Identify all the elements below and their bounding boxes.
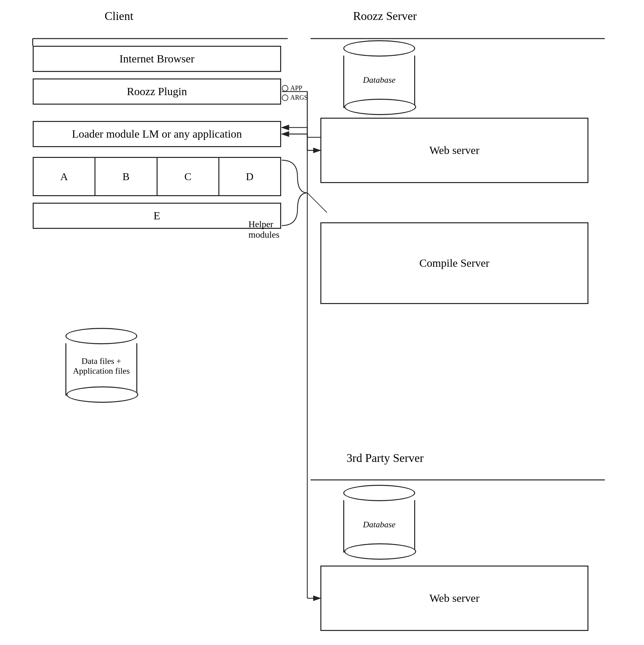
modules-row: A B C D xyxy=(33,157,281,196)
internet-browser-box: Internet Browser xyxy=(33,46,281,72)
roozz-cylinder: Database xyxy=(343,39,415,108)
helper-modules-label: Helpermodules xyxy=(248,219,279,240)
third-party-database: Database xyxy=(343,484,415,553)
client-db-label: Data files +Application files xyxy=(66,356,136,376)
roozz-cylinder-body: Database xyxy=(343,55,415,108)
roozz-db-label: Database xyxy=(344,75,414,85)
third-party-cylinder: Database xyxy=(343,484,415,553)
module-e-box: E xyxy=(33,203,281,229)
roozz-plugin-box: Roozz Plugin xyxy=(33,78,281,104)
client-cylinder-top xyxy=(65,328,137,344)
compile-server-label: Compile Server xyxy=(419,257,489,269)
third-party-cylinder-bottom xyxy=(344,543,416,560)
roozz-database: Database xyxy=(343,39,415,108)
roozz-webserver-box: Web server xyxy=(320,118,589,183)
roozz-cylinder-top xyxy=(343,40,415,56)
third-party-cylinder-top xyxy=(343,485,415,501)
client-cylinder-bottom xyxy=(66,386,138,403)
client-cylinder-body: Data files +Application files xyxy=(65,343,137,396)
third-party-cylinder-body: Database xyxy=(343,500,415,553)
client-cylinder: Data files +Application files xyxy=(65,327,137,396)
app-args-area: APP ARGS xyxy=(282,84,307,101)
compile-server-box: Compile Server xyxy=(320,222,589,304)
app-label: APP xyxy=(290,84,302,92)
loader-module-label: Loader module LM or any application xyxy=(72,128,242,140)
module-d: D xyxy=(219,158,280,195)
module-a: A xyxy=(34,158,95,195)
roozz-webserver-label: Web server xyxy=(429,144,479,157)
module-e-label: E xyxy=(154,210,161,222)
module-b: B xyxy=(95,158,157,195)
loader-module-box: Loader module LM or any application xyxy=(33,121,281,147)
third-party-webserver-label: Web server xyxy=(429,592,479,605)
roozz-plugin-label: Roozz Plugin xyxy=(127,85,187,98)
third-party-db-label: Database xyxy=(344,520,414,529)
app-circle xyxy=(282,85,288,91)
roozz-server-label: Roozz Server xyxy=(353,9,417,23)
args-circle xyxy=(282,94,288,101)
args-label: ARGS xyxy=(290,94,307,101)
internet-browser-label: Internet Browser xyxy=(119,53,194,65)
roozz-cylinder-bottom xyxy=(344,99,416,115)
client-label: Client xyxy=(104,9,134,23)
third-party-webserver-box: Web server xyxy=(320,566,589,631)
client-database: Data files +Application files xyxy=(65,327,137,396)
module-c: C xyxy=(158,158,219,195)
third-party-label: 3rd Party Server xyxy=(347,451,424,465)
